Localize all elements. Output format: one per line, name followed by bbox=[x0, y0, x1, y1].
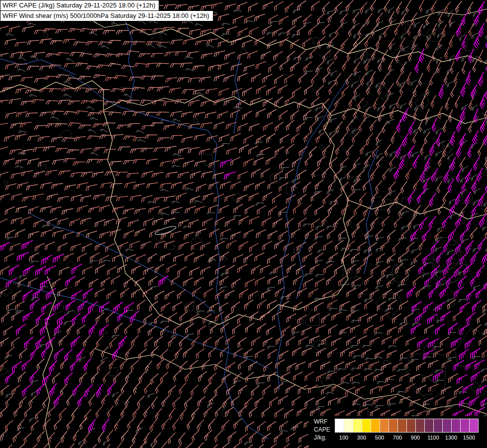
map-header: WRF CAPE (J/kg) Saturday 29-11-2025 18:0… bbox=[0, 0, 213, 21]
legend-tick: 1500 bbox=[463, 435, 475, 441]
legend-tick: 1300 bbox=[445, 435, 457, 441]
legend-tick: 900 bbox=[411, 435, 420, 441]
wind-shear-barbs bbox=[0, 2, 487, 448]
legend-tick: 100 bbox=[339, 435, 348, 441]
wind-shear-barbs bbox=[0, 0, 487, 448]
strong-wind-shear-barbs bbox=[0, 1, 487, 448]
legend-tick: 500 bbox=[375, 435, 384, 441]
wind-shear-barbs bbox=[0, 1, 487, 448]
legend-tick: 1100 bbox=[427, 435, 439, 441]
wind-shear-barbs bbox=[0, 0, 487, 448]
country-borders bbox=[0, 0, 487, 448]
weather-map-screen: WRF CAPE (J/kg) Saturday 29-11-2025 18:0… bbox=[0, 0, 487, 448]
legend-tick: 300 bbox=[357, 435, 366, 441]
cape-legend: WRF CAPE J/kg. 1003005007009001100130015… bbox=[309, 416, 487, 448]
map-canvas bbox=[0, 0, 487, 448]
legend-tick-labels: 100300500700900110013001500 bbox=[309, 416, 487, 448]
lake-balaton-outline bbox=[155, 224, 177, 236]
legend-tick: 700 bbox=[393, 435, 402, 441]
title-wind-shear: WRF Wind shear (m/s) 500/1000hPa Saturda… bbox=[0, 10, 213, 21]
wind-shear-barbs bbox=[0, 0, 487, 448]
title-cape: WRF CAPE (J/kg) Saturday 29-11-2025 18:0… bbox=[0, 0, 159, 11]
